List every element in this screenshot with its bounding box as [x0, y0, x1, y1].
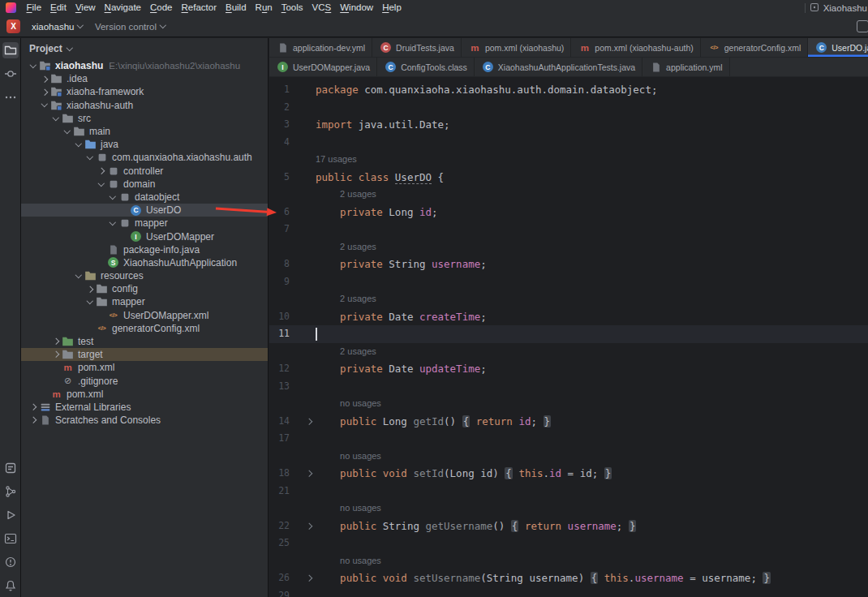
chevron-expanded-icon[interactable] [50, 112, 61, 125]
editor-line-3[interactable]: 3import java.util.Date; [269, 116, 868, 134]
chevron-expanded-icon[interactable] [62, 125, 72, 138]
tree-item-package-info-java[interactable]: package-info.java [21, 243, 268, 256]
menu-window[interactable]: Window [336, 0, 378, 15]
editor-line-29[interactable]: 29 [269, 587, 868, 597]
tree-item-generatorconfig-xml[interactable]: </>generatorConfig.xml [21, 322, 268, 335]
more-icon[interactable] [2, 89, 19, 105]
fold-collapsed-icon[interactable] [290, 465, 316, 483]
chevron-collapsed-icon[interactable] [50, 335, 61, 348]
editor-line-13[interactable]: 13 [269, 378, 868, 396]
editor-line-11[interactable]: 11 [269, 325, 868, 343]
structure-icon[interactable] [2, 483, 19, 500]
tree-item-mapper[interactable]: mapper [21, 217, 268, 230]
tree-item-idea[interactable]: .idea [21, 72, 268, 85]
chevron-collapsed-icon[interactable] [28, 414, 38, 427]
menu-help[interactable]: Help [378, 0, 406, 15]
editor-line-6[interactable]: 6 private Long id; [269, 204, 868, 221]
tree-item-scratches-and-consoles[interactable]: Scratches and Consoles [21, 414, 268, 427]
usages-hint[interactable]: 2 usages [269, 290, 868, 308]
notifications-icon[interactable] [2, 578, 19, 594]
editor-line-26[interactable]: 26 public void setUsername(String userna… [269, 569, 868, 587]
tab-userdo-java[interactable]: CUserDO.java× [808, 38, 868, 57]
tree-item-dataobject[interactable]: dataobject [21, 191, 268, 204]
tree-item-userdomapper-xml[interactable]: </>UserDOMapper.xml [21, 309, 268, 322]
tree-item-test[interactable]: test [21, 335, 268, 348]
editor-line-10[interactable]: 10 private Date createTime; [269, 308, 868, 326]
editor-line-9[interactable]: 9 [269, 273, 868, 291]
chevron-expanded-icon[interactable] [73, 138, 84, 151]
fold-collapsed-icon[interactable] [290, 569, 316, 587]
editor-line-21[interactable]: 21 [269, 483, 868, 500]
chevron-expanded-icon[interactable] [107, 191, 118, 204]
tree-item-mapper[interactable]: mapper [21, 295, 268, 308]
tree-item-pom-xml[interactable]: mpom.xml [21, 388, 268, 401]
tree-item-com-quanxiaoha-xiaohashu-auth[interactable]: com.quanxiaoha.xiaohashu.auth [21, 151, 268, 164]
chevron-collapsed-icon[interactable] [50, 348, 61, 361]
chevron-expanded-icon[interactable] [28, 59, 38, 72]
usages-hint[interactable]: no usages [269, 500, 868, 518]
editor-line-1[interactable]: 1package com.quanxiaoha.xiaohashu.auth.d… [269, 81, 868, 99]
usages-hint[interactable]: 2 usages [269, 186, 868, 204]
editor-line-14[interactable]: 14 public Long getId() { return id; } [269, 413, 868, 431]
chevron-collapsed-icon[interactable] [96, 165, 106, 178]
editor-line-18[interactable]: 18 public void setId(Long id) { this.id … [269, 465, 868, 483]
menu-code[interactable]: Code [146, 0, 178, 15]
editor-line-17[interactable]: 17 [269, 430, 868, 448]
editor-line-4[interactable]: 4 [269, 134, 868, 152]
chevron-expanded-icon[interactable] [84, 295, 95, 308]
commit-icon[interactable] [2, 66, 19, 82]
tree-item-java[interactable]: java [21, 138, 268, 151]
tree-item-xiaoha-framework[interactable]: xiaoha-framework [21, 85, 268, 98]
chevron-collapsed-icon[interactable] [28, 401, 38, 414]
editor-line-25[interactable]: 25 [269, 535, 868, 552]
tree-item-userdo[interactable]: CUserDO [21, 204, 268, 217]
terminal-icon[interactable] [2, 530, 19, 547]
editor-line-7[interactable]: 7 [269, 221, 868, 238]
editor-line-22[interactable]: 22 public String getUsername() { return … [269, 518, 868, 535]
tab-application-dev-yml[interactable]: application-dev.yml [269, 38, 372, 57]
chevron-expanded-icon[interactable] [39, 99, 49, 112]
tab-pom-xml-xiaohashu-auth[interactable]: mpom.xml (xiaohashu-auth) [571, 38, 700, 57]
usages-hint[interactable]: 17 usages [269, 151, 868, 169]
tree-item-xiaohashu[interactable]: xiaohashuE:\xinqiu\xiaohashu2\xiaohashu [21, 59, 268, 72]
tree-item-main[interactable]: main [21, 125, 268, 138]
chevron-collapsed-icon[interactable] [84, 282, 95, 295]
menu-file[interactable]: File [22, 0, 46, 15]
tree-item-pom-xml[interactable]: mpom.xml [21, 361, 268, 374]
menu-navigate[interactable]: Navigate [100, 0, 145, 15]
editor-line-2[interactable]: 2 [269, 99, 868, 117]
chevron-expanded-icon[interactable] [84, 151, 95, 164]
fold-collapsed-icon[interactable] [290, 518, 316, 535]
tree-item-userdomapper[interactable]: IUserDOMapper [21, 230, 268, 243]
problems-icon[interactable] [2, 554, 19, 570]
vcs-selector[interactable]: Version control [90, 20, 170, 33]
project-avatar[interactable]: X [6, 19, 20, 33]
tab-configtools-class[interactable]: CConfigTools.class [377, 58, 475, 76]
tree-item-target[interactable]: target [21, 348, 268, 361]
code-editor[interactable]: 1package com.quanxiaoha.xiaohashu.auth.d… [269, 77, 868, 597]
project-panel-header[interactable]: Project [21, 38, 268, 59]
tree-item-xiaohashu-auth[interactable]: xiaohashu-auth [21, 99, 268, 112]
chevron-expanded-icon[interactable] [96, 178, 106, 191]
chevron-expanded-icon[interactable] [73, 269, 84, 282]
usages-hint[interactable]: 2 usages [269, 343, 868, 361]
menu-run[interactable]: Run [251, 0, 277, 15]
tree-item-src[interactable]: src [21, 112, 268, 125]
menu-edit[interactable]: Edit [46, 0, 71, 15]
menu-refactor[interactable]: Refactor [177, 0, 221, 15]
tab-userdomapper-java[interactable]: IUserDOMapper.java [269, 58, 377, 76]
editor-line-5[interactable]: 5public class UserDO { [269, 169, 868, 187]
todo-icon[interactable] [2, 460, 19, 476]
tab-druidtests-java[interactable]: CDruidTests.java [372, 38, 462, 57]
chevron-collapsed-icon[interactable] [39, 85, 49, 98]
tree-item-xiaohashuauthapplication[interactable]: SXiaohashuAuthApplication [21, 256, 268, 269]
tab-application-yml[interactable]: application.yml [642, 58, 729, 76]
tree-item-resources[interactable]: resources [21, 269, 268, 282]
usages-hint[interactable]: no usages [269, 448, 868, 466]
project-icon[interactable] [2, 42, 19, 58]
tree-item-controller[interactable]: controller [21, 165, 268, 178]
tab-generatorconfig-xml[interactable]: </>generatorConfig.xml [701, 38, 809, 57]
chevron-collapsed-icon[interactable] [39, 72, 49, 85]
usages-hint[interactable]: 2 usages [269, 238, 868, 256]
usages-hint[interactable]: no usages [269, 395, 868, 413]
